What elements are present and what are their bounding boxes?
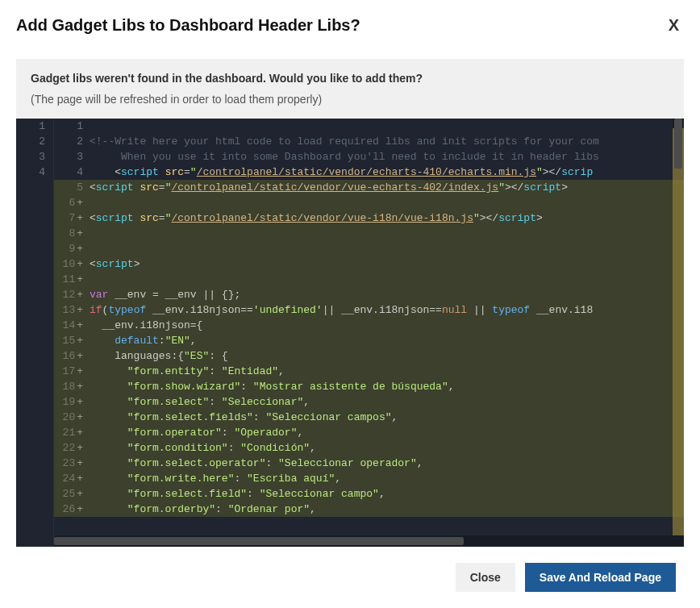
- code-line: [86, 241, 684, 256]
- plus-icon: +: [75, 502, 83, 517]
- plus-icon: +: [75, 379, 83, 394]
- plus-icon: +: [75, 256, 83, 272]
- right-line-number: 7+: [54, 210, 83, 226]
- info-primary: Gadget libs weren't found in the dashboa…: [31, 72, 669, 85]
- left-line-number: [16, 348, 45, 364]
- code-line: <script src="/controlpanel/static/vendor…: [86, 164, 684, 180]
- left-line-number: 2: [16, 134, 45, 149]
- right-line-number: 10+: [54, 256, 83, 272]
- right-line-number: 3: [54, 149, 83, 164]
- left-line-number: [16, 410, 45, 425]
- left-line-gutter: 1234: [16, 119, 54, 547]
- code-line: if(typeof __env.i18njson=='undefined'|| …: [86, 302, 684, 318]
- code-line: "form.write.here": "Escriba aquí",: [86, 471, 684, 486]
- close-button[interactable]: Close: [456, 563, 515, 592]
- right-line-number: 23+: [54, 456, 83, 471]
- left-line-number: [16, 180, 45, 195]
- plus-icon: +: [75, 302, 83, 318]
- code-line: [86, 226, 684, 241]
- right-line-number: 11+: [54, 272, 83, 287]
- code-line: <script src="/controlpanel/static/vendor…: [86, 180, 684, 195]
- right-line-number: 18+: [54, 379, 83, 394]
- left-line-number: [16, 333, 45, 348]
- modal-header: Add Gadget Libs to Dashboard Header Libs…: [16, 16, 684, 35]
- code-line: <script>: [86, 256, 684, 272]
- left-line-number: [16, 256, 45, 272]
- left-line-number: [16, 425, 45, 440]
- code-line: "form.select.field": "Seleccionar campo"…: [86, 486, 684, 502]
- plus-icon: +: [75, 318, 83, 333]
- code-diff-viewer[interactable]: 1234 123456+7+8+9+10+11+12+13+14+15+16+1…: [16, 119, 684, 547]
- left-line-number: [16, 195, 45, 210]
- right-pane: 123456+7+8+9+10+11+12+13+14+15+16+17+18+…: [54, 119, 684, 547]
- code-line: languages:{"ES": {: [86, 348, 684, 364]
- right-line-number: 6+: [54, 195, 83, 210]
- right-line-number: 9+: [54, 241, 83, 256]
- right-line-number: 1: [54, 119, 83, 134]
- left-line-number: [16, 456, 45, 471]
- right-line-number: 8+: [54, 226, 83, 241]
- horizontal-scrollbar[interactable]: [54, 535, 684, 547]
- plus-icon: +: [75, 272, 83, 287]
- left-line-number: [16, 440, 45, 456]
- code-line: "form.select": "Seleccionar",: [86, 394, 684, 410]
- plus-icon: +: [75, 394, 83, 410]
- scrollbar-thumb-v[interactable]: [674, 119, 682, 169]
- code-line: <!--Write here your html code to load re…: [86, 134, 684, 149]
- right-line-number: 25+: [54, 486, 83, 502]
- modal-dialog: Add Gadget Libs to Dashboard Header Libs…: [0, 0, 700, 608]
- vertical-scrollbar[interactable]: [673, 119, 684, 535]
- info-secondary: (The page will be refreshed in order to …: [31, 93, 669, 106]
- left-line-number: [16, 226, 45, 241]
- code-line: "form.condition": "Condición",: [86, 440, 684, 456]
- right-line-number: 24+: [54, 471, 83, 486]
- scrollbar-thumb-h[interactable]: [54, 537, 464, 545]
- left-line-number: [16, 394, 45, 410]
- left-line-number: [16, 486, 45, 502]
- modal-title: Add Gadget Libs to Dashboard Header Libs…: [16, 16, 360, 35]
- left-line-number: [16, 471, 45, 486]
- plus-icon: +: [75, 195, 83, 210]
- plus-icon: +: [75, 210, 83, 226]
- code-line: "form.show.wizard": "Mostrar asistente d…: [86, 379, 684, 394]
- plus-icon: +: [75, 410, 83, 425]
- left-line-number: [16, 318, 45, 333]
- code-line: [86, 119, 684, 134]
- left-line-number: [16, 364, 45, 379]
- plus-icon: +: [75, 348, 83, 364]
- left-line-number: [16, 517, 45, 532]
- code-line: [86, 195, 684, 210]
- code-line: "form.select.operator": "Seleccionar ope…: [86, 456, 684, 471]
- right-line-number: 17+: [54, 364, 83, 379]
- plus-icon: +: [75, 364, 83, 379]
- code-line: "form.operator": "Operador",: [86, 425, 684, 440]
- left-line-number: 3: [16, 149, 45, 164]
- right-line-number: 5: [54, 180, 83, 195]
- code-line: default:"EN",: [86, 333, 684, 348]
- code-line: "form.select.fields": "Seleccionar campo…: [86, 410, 684, 425]
- code-line: "form.entity": "Entidad",: [86, 364, 684, 379]
- code-content[interactable]: <!--Write here your html code to load re…: [86, 119, 684, 547]
- left-line-number: [16, 287, 45, 302]
- right-line-number: 16+: [54, 348, 83, 364]
- left-line-number: [16, 302, 45, 318]
- scrollbar-added-marker: [673, 128, 684, 535]
- info-box: Gadget libs weren't found in the dashboa…: [16, 59, 684, 119]
- right-line-number: 22+: [54, 440, 83, 456]
- plus-icon: +: [75, 486, 83, 502]
- plus-icon: +: [75, 471, 83, 486]
- right-line-number: 26+: [54, 502, 83, 517]
- left-line-number: [16, 502, 45, 517]
- right-line-number: 19+: [54, 394, 83, 410]
- plus-icon: +: [75, 241, 83, 256]
- right-line-number: 20+: [54, 410, 83, 425]
- right-line-number: 13+: [54, 302, 83, 318]
- close-icon[interactable]: X: [664, 16, 684, 35]
- right-line-gutter: 123456+7+8+9+10+11+12+13+14+15+16+17+18+…: [54, 119, 86, 547]
- left-line-number: 1: [16, 119, 45, 134]
- plus-icon: +: [75, 287, 83, 302]
- save-reload-button[interactable]: Save And Reload Page: [525, 563, 676, 592]
- plus-icon: +: [75, 425, 83, 440]
- code-line: [86, 272, 684, 287]
- left-line-number: [16, 241, 45, 256]
